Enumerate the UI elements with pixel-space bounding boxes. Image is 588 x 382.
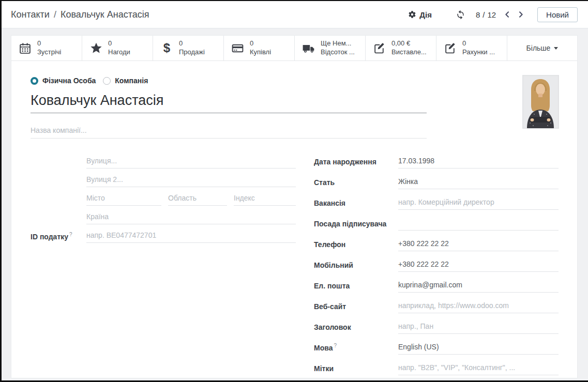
mobile-label: Мобільний xyxy=(314,260,398,269)
street2-field[interactable] xyxy=(86,175,296,187)
gender-label: Стать xyxy=(314,177,398,187)
field-row-language: Мова? xyxy=(314,343,559,363)
stat-text: 0,00 € Виставле... xyxy=(391,39,427,57)
pager-separator: / xyxy=(483,10,485,19)
refresh-icon xyxy=(456,10,465,20)
stat-value: Ще Нем... xyxy=(321,39,355,48)
stat-value: 0 xyxy=(108,39,130,48)
refresh-button[interactable] xyxy=(455,9,466,21)
job-position-field[interactable] xyxy=(398,198,559,210)
tags-field[interactable] xyxy=(398,363,559,375)
radio-company-label: Компанія xyxy=(115,77,148,85)
language-field[interactable] xyxy=(398,343,559,355)
previous-record-button[interactable] xyxy=(502,9,512,20)
tax-id-field[interactable] xyxy=(86,231,296,243)
calendar-icon xyxy=(18,42,32,55)
stat-value: 0 xyxy=(462,39,495,48)
field-row-signatory-position: Посада підписувача xyxy=(314,219,559,239)
radio-individual[interactable]: Фізична Особа xyxy=(31,77,96,85)
tax-id-label: ID податку xyxy=(31,233,68,241)
stat-value: 0 xyxy=(37,39,61,48)
title-field[interactable] xyxy=(398,322,559,334)
stat-value: 0 xyxy=(179,39,205,48)
action-menu-label: Дія xyxy=(419,10,432,19)
stat-button-bills[interactable]: 0 Рахунки ... xyxy=(436,36,507,60)
chevron-left-icon xyxy=(503,10,511,19)
website-field[interactable] xyxy=(398,301,559,313)
contact-name-field[interactable] xyxy=(31,91,427,113)
pager-total: 12 xyxy=(487,10,496,19)
credit-card-icon xyxy=(231,42,245,55)
country-field[interactable] xyxy=(86,212,296,224)
birthdate-field[interactable] xyxy=(398,157,559,169)
edit-note-icon xyxy=(443,42,457,55)
state-field[interactable] xyxy=(168,194,227,206)
job-position-label: Вакансія xyxy=(314,198,398,207)
field-row-birthdate: Дата народження xyxy=(314,157,559,177)
stat-value: 0,00 € xyxy=(391,39,427,48)
zip-field[interactable] xyxy=(234,194,296,206)
stat-text: Ще Нем... Відсоток ... xyxy=(321,39,355,57)
field-row-job-position: Вакансія xyxy=(314,198,559,219)
stat-text: 0 Нагоди xyxy=(108,39,130,57)
app-window: Контакти / Ковальчук Анастасія Дія 8 / 1… xyxy=(2,1,588,380)
truck-icon xyxy=(301,41,315,55)
edit-note-icon xyxy=(372,42,386,55)
field-row-email: Ел. пошта xyxy=(314,281,559,301)
stat-button-sales[interactable]: $ 0 Продажі xyxy=(153,36,224,60)
stat-button-opportunities[interactable]: 0 Нагоди xyxy=(82,36,153,60)
phone-field[interactable] xyxy=(398,239,559,251)
help-icon[interactable]: ? xyxy=(69,232,72,237)
stat-label: Нагоди xyxy=(108,48,130,57)
address-column: ID податку? xyxy=(31,157,296,380)
street-field[interactable] xyxy=(86,157,296,169)
radio-selected-icon xyxy=(31,77,38,85)
stat-label: Відсоток ... xyxy=(321,48,355,57)
signatory-position-label: Посада підписувача xyxy=(314,219,398,228)
breadcrumb-contacts-link[interactable]: Контакти xyxy=(11,9,50,20)
radio-unselected-icon xyxy=(103,77,111,85)
action-menu-button[interactable]: Дія xyxy=(408,10,432,19)
stat-text: 0 Продажі xyxy=(179,39,205,57)
caret-down-icon xyxy=(554,47,558,50)
stat-button-purchases[interactable]: 0 Купівлі xyxy=(224,36,295,60)
star-icon xyxy=(89,41,103,55)
field-row-tags: Мітки xyxy=(314,363,559,380)
gender-field[interactable] xyxy=(398,177,559,189)
stat-button-ontime-rate[interactable]: Ще Нем... Відсоток ... xyxy=(295,36,366,60)
city-field[interactable] xyxy=(86,194,161,206)
dollar-icon: $ xyxy=(160,42,174,54)
next-record-button[interactable] xyxy=(516,9,526,20)
chevron-right-icon xyxy=(517,10,525,19)
breadcrumb: Контакти / Ковальчук Анастасія xyxy=(11,9,149,20)
form-columns: ID податку? Дата народження Стать xyxy=(31,157,559,380)
website-label: Веб-сайт xyxy=(314,301,398,311)
field-row-website: Веб-сайт xyxy=(314,301,559,322)
radio-individual-label: Фізична Особа xyxy=(42,77,96,85)
new-record-button[interactable]: Новий xyxy=(537,7,578,22)
field-row-mobile: Мобільний xyxy=(314,260,559,281)
signatory-position-field[interactable] xyxy=(398,219,559,231)
breadcrumb-current: Ковальчук Анастасія xyxy=(61,9,149,20)
help-icon[interactable]: ? xyxy=(334,343,337,348)
email-field[interactable] xyxy=(398,281,559,293)
form-sheet: 0 Зустрічі 0 Нагоди $ 0 Про xyxy=(11,35,578,378)
language-label: Мова xyxy=(314,343,333,352)
stat-label: Рахунки ... xyxy=(462,48,495,57)
contact-form: Фізична Особа Компанія xyxy=(11,61,577,380)
birthdate-label: Дата народження xyxy=(314,157,398,166)
stat-text: 0 Рахунки ... xyxy=(462,39,495,57)
contact-type-radios: Фізична Особа Компанія xyxy=(31,77,559,85)
pager-current: 8 xyxy=(476,10,480,19)
email-label: Ел. пошта xyxy=(314,281,398,290)
stat-label: Продажі xyxy=(179,48,205,57)
stat-button-invoiced[interactable]: 0,00 € Виставле... xyxy=(366,36,436,60)
more-dropdown-button[interactable]: Більше xyxy=(507,36,577,60)
company-name-field[interactable] xyxy=(31,126,427,139)
stat-value: 0 xyxy=(250,39,271,48)
stat-button-meetings[interactable]: 0 Зустрічі xyxy=(11,36,82,60)
radio-company[interactable]: Компанія xyxy=(103,77,148,85)
phone-label: Телефон xyxy=(314,239,398,249)
mobile-field[interactable] xyxy=(398,260,559,272)
field-row-phone: Телефон xyxy=(314,239,559,260)
